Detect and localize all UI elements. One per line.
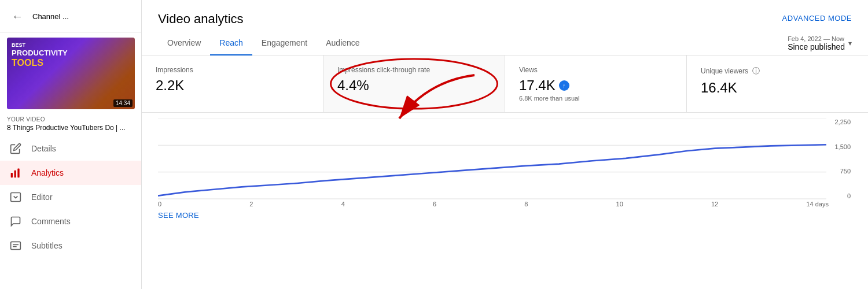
- sidebar-header: ← Channel ...: [0, 0, 141, 33]
- sidebar-item-analytics[interactable]: Analytics: [0, 161, 141, 185]
- views-note: 6.8K more than usual: [519, 95, 580, 102]
- sidebar-item-comments[interactable]: Comments: [0, 209, 141, 234]
- back-button[interactable]: ←: [9, 8, 25, 24]
- ctr-value: 4.4%: [337, 77, 369, 94]
- date-range-selector[interactable]: Feb 4, 2022 — Now Since published ▾: [788, 35, 852, 51]
- chart-x-labels: 0 2 4 6 8 10 12 14 days: [158, 199, 852, 208]
- subtitles-icon: [9, 239, 22, 252]
- unique-viewers-value: 16.4K: [701, 80, 737, 96]
- sidebar-item-details-label: Details: [31, 144, 56, 153]
- comments-icon: [9, 215, 22, 228]
- sidebar-nav: Details Analytics Editor Comments Subtit…: [0, 136, 141, 258]
- stat-unique-viewers: Unique viewers ⓘ 16.4K: [687, 55, 868, 112]
- stats-row: Impressions 2.2K Impressions click-throu…: [142, 55, 868, 113]
- y-label-bottom: 0: [829, 192, 851, 199]
- tab-reach[interactable]: Reach: [210, 31, 252, 55]
- video-title: 8 Things Productive YouTubers Do | ...: [0, 123, 141, 136]
- chart-container: 2,250 1,500 750 0: [158, 118, 852, 199]
- x-label-0: 0: [158, 201, 161, 208]
- video-thumbnail-wrapper: BEST PRODUCTIVITY TOOLS 14:34: [0, 33, 141, 114]
- main-header: Video analytics ADVANCED MODE: [142, 0, 868, 27]
- details-icon: [9, 142, 22, 155]
- chart-svg: [158, 118, 852, 199]
- analytics-icon: [9, 166, 22, 179]
- page-title: Video analytics: [158, 12, 244, 27]
- stat-views: Views 17.4K ↑ 6.8K more than usual: [505, 55, 687, 112]
- x-label-4: 4: [341, 201, 345, 208]
- unique-viewers-label: Unique viewers ⓘ: [701, 66, 760, 76]
- y-label-mid2: 750: [829, 168, 851, 175]
- tab-audience[interactable]: Audience: [317, 31, 369, 55]
- chevron-down-icon: ▾: [848, 39, 852, 47]
- advanced-mode-button[interactable]: ADVANCED MODE: [782, 12, 852, 25]
- impressions-label: Impressions: [156, 66, 193, 74]
- sidebar-item-subtitles-label: Subtitles: [31, 241, 62, 250]
- video-label: Your video: [0, 114, 141, 123]
- svg-rect-3: [11, 193, 21, 202]
- views-value: 17.4K: [519, 77, 556, 94]
- info-icon: ⓘ: [752, 66, 760, 75]
- x-label-12: 12: [711, 201, 718, 208]
- date-range-main: Since published: [788, 42, 845, 51]
- see-more-button[interactable]: SEE MORE: [158, 208, 852, 223]
- y-label-top: 2,250: [829, 118, 851, 125]
- x-label-14: 14 days: [806, 201, 829, 208]
- ctr-label: Impressions click-through rate: [337, 66, 430, 74]
- sidebar-item-editor[interactable]: Editor: [0, 185, 141, 209]
- date-range-small: Feb 4, 2022 — Now: [788, 35, 845, 42]
- svg-rect-2: [17, 169, 19, 178]
- x-label-10: 10: [616, 201, 623, 208]
- svg-rect-0: [11, 173, 13, 177]
- sidebar-item-editor-label: Editor: [31, 192, 53, 202]
- channel-name: Channel ...: [32, 12, 69, 21]
- sidebar-item-subtitles[interactable]: Subtitles: [0, 234, 141, 258]
- x-label-8: 8: [524, 201, 528, 208]
- editor-icon: [9, 191, 22, 203]
- thumbnail-text: BEST PRODUCTIVITY TOOLS: [12, 42, 68, 69]
- chart-area: 2,250 1,500 750 0 0 2 4 6 8 10: [142, 113, 868, 289]
- svg-rect-4: [11, 242, 21, 249]
- stat-ctr: Impressions click-through rate 4.4%: [323, 55, 505, 112]
- x-label-6: 6: [433, 201, 436, 208]
- impressions-value: 2.2K: [156, 77, 184, 94]
- stat-impressions: Impressions 2.2K: [142, 55, 323, 112]
- tabs-row: Overview Reach Engagement Audience Feb 4…: [142, 31, 868, 55]
- tab-engagement[interactable]: Engagement: [252, 31, 317, 55]
- tab-overview[interactable]: Overview: [158, 31, 210, 55]
- tabs-list: Overview Reach Engagement Audience: [158, 31, 369, 55]
- sidebar-item-comments-label: Comments: [31, 217, 71, 226]
- views-value-row: 17.4K ↑: [519, 77, 569, 94]
- y-label-mid1: 1,500: [829, 143, 851, 150]
- x-label-2: 2: [249, 201, 253, 208]
- views-label: Views: [519, 66, 538, 74]
- thumbnail-duration: 14:34: [113, 99, 133, 107]
- main-content: Video analytics ADVANCED MODE Overview R…: [142, 0, 868, 289]
- sidebar-item-details[interactable]: Details: [0, 136, 141, 161]
- sidebar: ← Channel ... BEST PRODUCTIVITY TOOLS 14…: [0, 0, 142, 289]
- chart-y-labels: 2,250 1,500 750 0: [829, 118, 852, 199]
- views-up-icon: ↑: [559, 80, 569, 91]
- svg-rect-1: [14, 171, 16, 178]
- sidebar-item-analytics-label: Analytics: [31, 168, 64, 177]
- video-thumbnail[interactable]: BEST PRODUCTIVITY TOOLS 14:34: [7, 38, 135, 109]
